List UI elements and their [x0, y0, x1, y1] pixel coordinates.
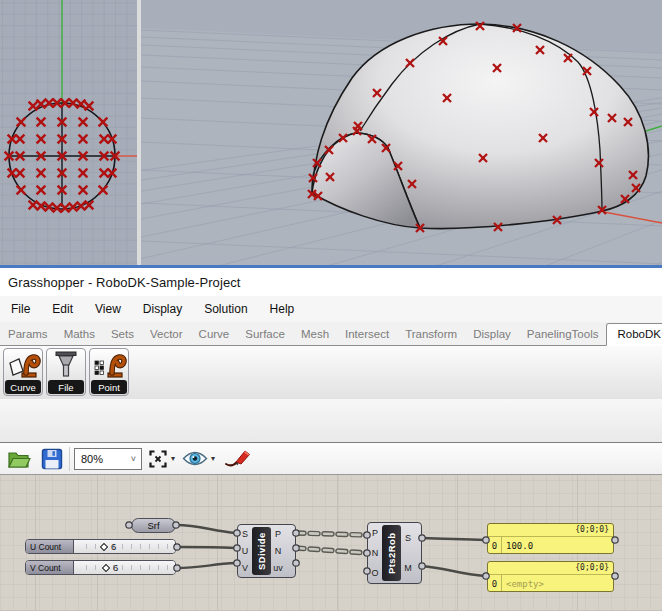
- slider-label: V Count: [26, 561, 74, 574]
- tab-robodk-active[interactable]: RoboDK: [606, 323, 662, 346]
- menu-file[interactable]: File: [0, 299, 41, 319]
- dashed-wires: [296, 533, 366, 553]
- ribbon-button-label: Point: [91, 380, 127, 394]
- application-window: Grasshopper - RoboDK-Sample-Project File…: [0, 0, 662, 611]
- output-m[interactable]: M: [404, 563, 412, 573]
- menu-display[interactable]: Display: [132, 299, 193, 319]
- panel-index: 0: [488, 575, 502, 592]
- tab-curve[interactable]: Curve: [191, 324, 238, 345]
- slider-track[interactable]: 6: [74, 561, 175, 574]
- ribbon-empty-area: [0, 399, 662, 443]
- panel-index: 0: [488, 537, 502, 554]
- input-n[interactable]: N: [372, 548, 379, 558]
- tab-maths[interactable]: Maths: [56, 324, 103, 345]
- output-n[interactable]: N: [275, 546, 282, 556]
- menu-help[interactable]: Help: [259, 299, 306, 319]
- input-v[interactable]: V: [242, 563, 248, 573]
- menu-edit[interactable]: Edit: [41, 299, 84, 319]
- open-file-icon[interactable]: [7, 449, 31, 469]
- sdivide-outputs: P N uv: [271, 525, 285, 577]
- slider-value: 6: [111, 540, 116, 553]
- pts2rob-inputs: P N O: [368, 523, 382, 583]
- slider-ticks: [78, 565, 171, 570]
- panel-path: {0;0;0}: [488, 562, 613, 575]
- window-title-bar[interactable]: Grasshopper - RoboDK-Sample-Project: [0, 268, 662, 296]
- ribbon-button-label: Curve: [5, 380, 41, 394]
- robodk-file-button[interactable]: File: [46, 348, 86, 396]
- sdivide-component[interactable]: S U V SDivide P N uv: [237, 524, 296, 578]
- tab-vector[interactable]: Vector: [142, 324, 191, 345]
- panel-value: <empty>: [502, 579, 544, 589]
- component-tab-bar: Params Maths Sets Vector Curve Surface M…: [0, 322, 662, 346]
- save-icon[interactable]: [41, 448, 63, 470]
- slider-value: 6: [113, 561, 118, 574]
- srf-label: Srf: [147, 520, 159, 531]
- solid-wires: [176, 525, 485, 576]
- output-p[interactable]: P: [275, 529, 281, 539]
- pts2rob-component[interactable]: P N O Pts2Rob S M: [367, 522, 422, 584]
- slider-ticks: [78, 544, 171, 549]
- u-count-slider[interactable]: U Count 6: [25, 539, 176, 554]
- input-o[interactable]: O: [371, 568, 378, 578]
- robot-point-icon: [90, 349, 128, 383]
- tab-transform[interactable]: Transform: [397, 324, 465, 345]
- zoom-level-value: 80%: [81, 453, 103, 465]
- robot-curve-icon: [4, 349, 42, 383]
- input-p[interactable]: P: [372, 528, 378, 538]
- menu-view[interactable]: View: [84, 299, 132, 319]
- input-u[interactable]: U: [242, 546, 249, 556]
- output-s[interactable]: S: [405, 533, 411, 543]
- data-panel-value[interactable]: {0;0;0} 0 100.0: [487, 523, 614, 554]
- slider-label: U Count: [26, 540, 74, 553]
- panel-value: 100.0: [502, 541, 533, 551]
- preview-dropdown-caret[interactable]: ▾: [211, 454, 215, 463]
- tab-panelingtools[interactable]: PanelingTools: [519, 324, 607, 345]
- sdivide-name-bar: SDivide: [252, 527, 271, 575]
- spindle-file-icon: [47, 349, 85, 383]
- tab-intersect[interactable]: Intersect: [337, 324, 397, 345]
- v-count-slider[interactable]: V Count 6: [25, 560, 176, 575]
- rhino-viewport[interactable]: [0, 0, 662, 268]
- tab-mesh[interactable]: Mesh: [293, 324, 337, 345]
- grasshopper-canvas[interactable]: Srf U Count 6 V Count 6 S U V S: [0, 475, 662, 611]
- pts2rob-name-bar: Pts2Rob: [382, 525, 401, 581]
- srf-parameter-node[interactable]: Srf: [131, 518, 176, 533]
- zoom-extents-icon[interactable]: [148, 449, 168, 469]
- viewport-divider[interactable]: [137, 0, 141, 268]
- canvas-toolbar: 80% ˅ ▾ ▾: [0, 443, 662, 475]
- data-panel-empty[interactable]: {0;0;0} 0 <empty>: [487, 561, 614, 592]
- slider-track[interactable]: 6: [74, 540, 175, 553]
- menu-solution[interactable]: Solution: [193, 299, 258, 319]
- viewport-scene: [0, 0, 662, 268]
- panel-path: {0;0;0}: [488, 524, 613, 537]
- menu-bar: File Edit View Display Solution Help: [0, 296, 662, 322]
- sdivide-inputs: S U V: [238, 525, 252, 577]
- toolbar-separator: [69, 447, 70, 471]
- output-uv[interactable]: uv: [273, 563, 283, 573]
- tab-display[interactable]: Display: [465, 324, 519, 345]
- input-s[interactable]: S: [242, 529, 248, 539]
- robodk-ribbon: Curve File: [0, 346, 662, 399]
- robodk-curve-button[interactable]: Curve: [3, 348, 43, 396]
- tab-surface[interactable]: Surface: [237, 324, 293, 345]
- pts2rob-outputs: S M: [401, 523, 415, 583]
- zoom-dropdown-caret[interactable]: ▾: [171, 454, 175, 463]
- window-title: Grasshopper - RoboDK-Sample-Project: [0, 275, 241, 290]
- tab-sets[interactable]: Sets: [103, 324, 142, 345]
- sketch-pen-icon[interactable]: [224, 449, 252, 469]
- robodk-point-button[interactable]: Point: [89, 348, 129, 396]
- canvas-zoom-select[interactable]: 80% ˅: [74, 448, 142, 470]
- tab-params[interactable]: Params: [0, 324, 56, 345]
- ribbon-button-label: File: [48, 380, 84, 394]
- preview-eye-icon[interactable]: [182, 450, 208, 467]
- top-view-background: [0, 0, 137, 268]
- chevron-down-icon: ˅: [131, 454, 141, 464]
